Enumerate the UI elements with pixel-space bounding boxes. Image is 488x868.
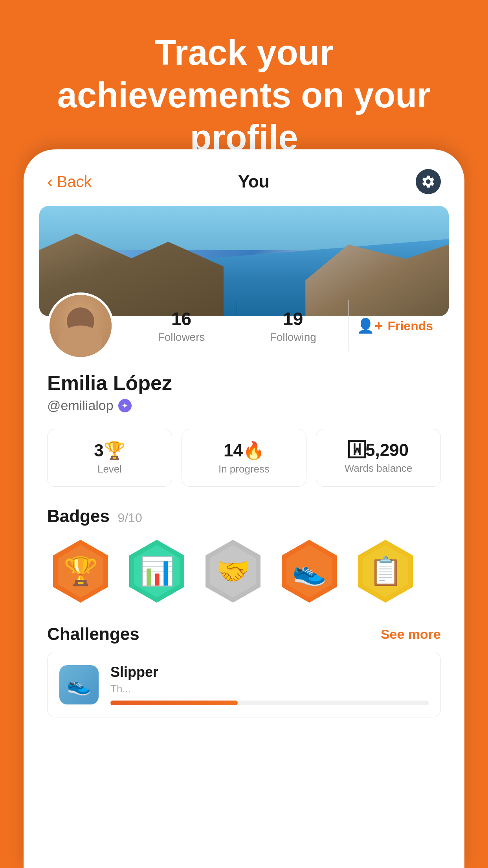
user-handle: @emilialop ✦ xyxy=(47,398,441,413)
friends-label: Friends xyxy=(387,319,433,333)
user-info: Emilia López @emilialop ✦ xyxy=(24,359,464,413)
challenge-subtitle: Th... xyxy=(110,683,429,695)
friends-button[interactable]: 👤+ Friends xyxy=(349,311,441,340)
following-stat[interactable]: 19 Following xyxy=(237,300,349,351)
clipboard-badge-icon: 📋 xyxy=(369,557,403,585)
in-progress-card: 14🔥 In progress xyxy=(182,429,306,487)
in-progress-label: In progress xyxy=(190,463,298,475)
stats-cards-row: 3🏆 Level 14🔥 In progress 🅆5,290 Wards ba… xyxy=(24,413,464,487)
nav-title: You xyxy=(238,172,270,191)
back-button[interactable]: ‹ Back xyxy=(47,173,92,191)
followers-stat[interactable]: 16 Followers xyxy=(126,300,237,351)
trophy-badge-icon: 🏆 xyxy=(64,557,98,585)
challenge-progress-fill xyxy=(110,701,238,705)
followers-label: Followers xyxy=(126,331,237,344)
in-progress-value: 14🔥 xyxy=(190,440,298,461)
challenges-title: Challenges xyxy=(47,624,139,644)
verified-badge: ✦ xyxy=(118,399,132,412)
wards-value: 🅆5,290 xyxy=(324,440,433,460)
hero-title: Track your achievements on your profile xyxy=(39,31,449,159)
challenge-icon: 👟 xyxy=(59,665,99,704)
clipboard-badge[interactable]: 📋 xyxy=(352,538,419,605)
challenge-name: Slipper xyxy=(110,664,429,680)
handshake-badge-icon: 🤝 xyxy=(216,557,250,585)
growth-badge-icon: 📊 xyxy=(140,557,174,585)
friends-icon: 👤+ xyxy=(357,318,383,334)
see-more-button[interactable]: See more xyxy=(381,627,441,642)
badges-count: 9/10 xyxy=(117,511,142,525)
handle-text: @emilialop xyxy=(47,398,114,413)
challenge-card: 👟 Slipper Th... xyxy=(47,652,441,717)
shoe-badge[interactable]: 👟 xyxy=(276,538,343,605)
user-name: Emilia López xyxy=(47,371,441,395)
shoe-badge-icon: 👟 xyxy=(292,557,327,585)
back-label: Back xyxy=(57,173,92,191)
followers-count: 16 xyxy=(126,308,237,329)
nav-bar: ‹ Back You xyxy=(24,149,464,206)
wards-label: Wards balance xyxy=(324,462,433,474)
following-count: 19 xyxy=(237,308,349,329)
stats-container: 16 Followers 19 Following 👤+ Friends xyxy=(126,300,441,351)
badges-row: 🏆 📊 🤝 xyxy=(24,538,464,605)
level-card: 3🏆 Level xyxy=(47,429,172,487)
chevron-left-icon: ‹ xyxy=(47,173,53,190)
badges-header: Badges 9/10 xyxy=(24,487,464,538)
level-value: 3🏆 xyxy=(55,440,164,461)
level-label: Level xyxy=(55,463,164,475)
profile-section: 16 Followers 19 Following 👤+ Friends xyxy=(24,292,464,359)
trophy-badge[interactable]: 🏆 xyxy=(47,538,114,605)
badges-title: Badges xyxy=(47,506,110,526)
following-label: Following xyxy=(237,331,349,344)
badges-title-row: Badges 9/10 xyxy=(47,506,142,526)
challenge-info: Slipper Th... xyxy=(110,664,429,705)
avatar xyxy=(47,292,114,359)
gear-icon xyxy=(421,174,436,189)
wards-balance-card: 🅆5,290 Wards balance xyxy=(316,429,441,487)
challenges-header: Challenges See more xyxy=(24,605,464,652)
growth-badge[interactable]: 📊 xyxy=(123,538,190,605)
phone-frame: ‹ Back You 16 Followers 19 Following xyxy=(24,149,464,868)
handshake-badge[interactable]: 🤝 xyxy=(200,538,266,605)
settings-button[interactable] xyxy=(416,169,441,194)
challenge-progress-bar xyxy=(110,701,429,705)
